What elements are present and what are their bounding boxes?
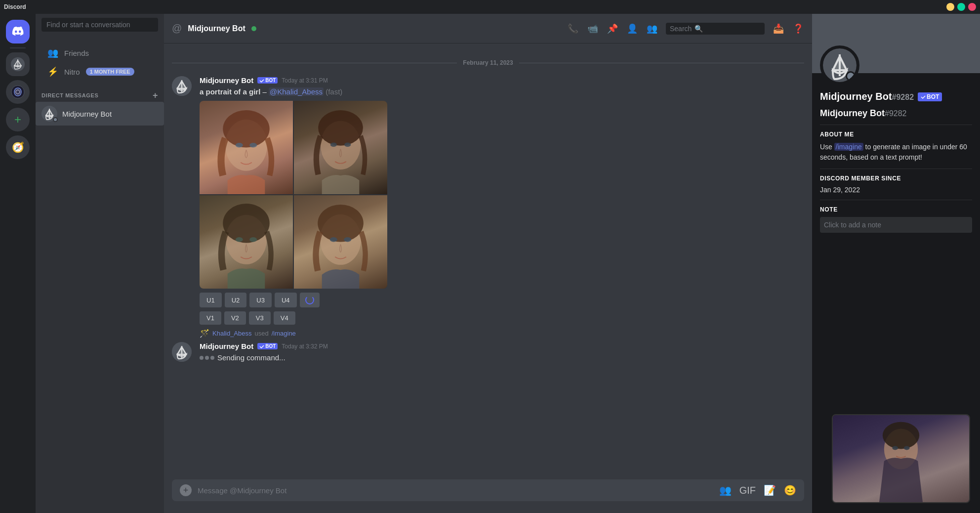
v2-button[interactable]: V2 bbox=[224, 311, 246, 325]
svg-point-7 bbox=[236, 143, 243, 147]
add-attachment-button[interactable]: + bbox=[180, 484, 192, 496]
message-input-box[interactable]: + Message @Midjourney Bot 👥 GIF 📝 😊 bbox=[172, 479, 804, 501]
close-button[interactable] bbox=[968, 3, 976, 11]
u4-button[interactable]: U4 bbox=[275, 293, 297, 307]
server-sidebar: + 🧭 bbox=[0, 14, 36, 513]
profile-banner bbox=[812, 14, 980, 73]
message-timestamp-2: Today at 3:32 PM bbox=[282, 343, 327, 350]
sticker-icon[interactable]: 📝 bbox=[764, 484, 776, 496]
input-icons: 👥 GIF 📝 😊 bbox=[719, 484, 796, 496]
date-divider: February 11, 2023 bbox=[164, 59, 812, 66]
u2-button[interactable]: U2 bbox=[225, 293, 247, 307]
profile-status-dot bbox=[846, 71, 856, 81]
imagine-highlight: /imagine bbox=[834, 143, 863, 151]
member-since-title: DISCORD MEMBER SINCE bbox=[820, 175, 972, 182]
dot-3 bbox=[210, 356, 214, 360]
profile-full-name: Midjourney Bot#9282 bbox=[820, 108, 972, 119]
explore-servers-icon[interactable]: 🧭 bbox=[6, 135, 30, 159]
video-icon[interactable]: 📹 bbox=[587, 23, 599, 35]
svg-point-19 bbox=[330, 237, 337, 242]
help-icon[interactable]: ❓ bbox=[792, 23, 804, 35]
v1-button[interactable]: V1 bbox=[200, 311, 221, 325]
at-icon: @ bbox=[172, 23, 182, 34]
svg-point-16 bbox=[249, 237, 257, 242]
dm-avatar bbox=[41, 106, 57, 122]
u1-button[interactable]: U1 bbox=[200, 293, 222, 307]
people-icon[interactable]: 👥 bbox=[719, 484, 732, 496]
u3-button[interactable]: U3 bbox=[249, 293, 272, 307]
chat-search-placeholder: Search bbox=[670, 25, 692, 33]
server-icon-ai[interactable] bbox=[6, 80, 30, 104]
svg-point-26 bbox=[904, 446, 910, 450]
main-content: @ Midjourney Bot 📞 📹 📌 👤 👥 Search 🔍 📥 ❓ bbox=[164, 14, 812, 513]
titlebar: Discord bbox=[0, 0, 980, 14]
discord-home-icon[interactable] bbox=[6, 20, 30, 43]
message-separator: – bbox=[263, 87, 269, 96]
add-server-icon[interactable]: + bbox=[6, 108, 30, 131]
titlebar-controls[interactable] bbox=[946, 3, 976, 11]
dm-status-dot bbox=[53, 117, 58, 122]
minimize-button[interactable] bbox=[946, 3, 954, 11]
dm-item-midjourney[interactable]: Midjourney Bot bbox=[36, 102, 164, 126]
call-icon[interactable]: 📞 bbox=[567, 23, 579, 35]
dm-header: DIRECT MESSAGES + bbox=[36, 83, 164, 102]
message-text-1: a portrait of a girl – @Khalid_Abess (fa… bbox=[200, 86, 804, 97]
discord-logo-icon bbox=[11, 25, 25, 39]
portrait-face-svg-2 bbox=[294, 101, 387, 194]
message-group-1: Midjourney Bot BOT Today at 3:31 PM a po… bbox=[164, 74, 812, 327]
message-author-1: Midjourney Bot bbox=[200, 76, 253, 85]
image-grid[interactable] bbox=[200, 101, 387, 289]
profile-divider-2 bbox=[820, 169, 972, 169]
svg-point-18 bbox=[318, 205, 364, 242]
chat-search[interactable]: Search 🔍 bbox=[666, 23, 765, 35]
divider-line-right bbox=[519, 63, 804, 63]
midjourney-message-avatar bbox=[172, 76, 192, 96]
maximize-button[interactable] bbox=[957, 3, 965, 11]
portrait-image-2[interactable] bbox=[294, 101, 387, 194]
server-icon-1[interactable] bbox=[6, 52, 30, 76]
channel-name: Midjourney Bot bbox=[188, 24, 245, 33]
portrait-image-3[interactable] bbox=[200, 195, 293, 289]
friends-icon: 👥 bbox=[47, 47, 58, 58]
message-input-placeholder[interactable]: Message @Midjourney Bot bbox=[198, 486, 713, 495]
system-action: used bbox=[255, 330, 269, 337]
pin-icon[interactable]: 📌 bbox=[607, 23, 618, 35]
message-content-2: Midjourney Bot BOT Today at 3:32 PM bbox=[200, 342, 804, 363]
checkmark-icon bbox=[259, 78, 264, 83]
members-icon[interactable]: 👥 bbox=[646, 23, 658, 35]
svg-point-14 bbox=[223, 204, 270, 243]
profile-bot-badge: BOT bbox=[918, 92, 942, 101]
sidebar-item-nitro[interactable]: ⚡ Nitro 1 MONTH FREE bbox=[41, 62, 158, 81]
search-placeholder: Find or start a conversation bbox=[46, 21, 130, 29]
system-message: 🪄 Khalid_Abess used /imagine bbox=[164, 327, 812, 340]
svg-point-6 bbox=[223, 110, 270, 148]
message-header-1: Midjourney Bot BOT Today at 3:31 PM bbox=[200, 76, 804, 85]
add-member-icon[interactable]: 👤 bbox=[626, 23, 638, 35]
refresh-button[interactable] bbox=[300, 293, 320, 307]
profile-divider-3 bbox=[820, 200, 972, 200]
chat-header: @ Midjourney Bot 📞 📹 📌 👤 👥 Search 🔍 📥 ❓ bbox=[164, 14, 812, 43]
message-input-area: + Message @Midjourney Bot 👥 GIF 📝 😊 bbox=[164, 479, 812, 513]
note-input[interactable]: Click to add a note bbox=[820, 217, 972, 233]
portrait-image-1[interactable] bbox=[200, 101, 293, 194]
message-mention[interactable]: @Khalid_Abess bbox=[269, 87, 324, 96]
action-buttons-row1: U1 U2 U3 U4 bbox=[200, 293, 804, 307]
portrait-image-4[interactable] bbox=[294, 195, 387, 289]
portrait-face-svg-4 bbox=[294, 195, 387, 289]
sending-dots bbox=[200, 356, 214, 360]
dm-add-button[interactable]: + bbox=[153, 91, 158, 100]
v3-button[interactable]: V3 bbox=[249, 311, 271, 325]
message-content-1: Midjourney Bot BOT Today at 3:31 PM a po… bbox=[200, 76, 804, 325]
emoji-icon[interactable]: 😊 bbox=[784, 484, 796, 496]
message-bold-text: a portrait of a girl bbox=[200, 87, 260, 96]
sidebar-item-friends[interactable]: 👥 Friends bbox=[41, 43, 158, 62]
gif-icon[interactable]: GIF bbox=[739, 485, 756, 496]
message-text-2: Sending command... bbox=[200, 352, 804, 363]
video-face-svg bbox=[833, 415, 969, 502]
inbox-icon[interactable]: 📥 bbox=[773, 23, 784, 35]
v4-button[interactable]: V4 bbox=[274, 311, 295, 325]
server-divider bbox=[10, 47, 26, 48]
search-bar[interactable]: Find or start a conversation bbox=[41, 18, 158, 32]
video-thumbnail[interactable] bbox=[832, 414, 970, 503]
message-timestamp-1: Today at 3:31 PM bbox=[282, 77, 327, 84]
